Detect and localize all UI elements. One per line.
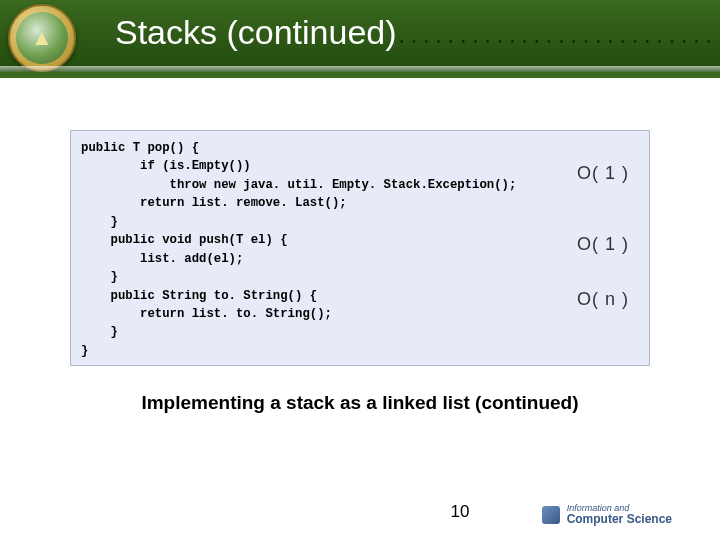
complexity-annotation-pop: O( 1 ) xyxy=(577,163,629,184)
ics-glyph-icon xyxy=(542,506,560,524)
code-block: public T pop() { if (is.Empty()) throw n… xyxy=(70,130,650,366)
header-dots-decoration: • • • • • • • • • • • • • • • • • • • • … xyxy=(400,36,720,50)
complexity-annotation-push: O( 1 ) xyxy=(577,234,629,255)
complexity-annotation-tostring: O( n ) xyxy=(577,289,629,310)
slide-header: ▲ Stacks (continued) • • • • • • • • • •… xyxy=(0,0,720,78)
seal-inner-icon: ▲ xyxy=(16,12,68,64)
university-seal: ▲ xyxy=(8,4,76,72)
figure-caption: Implementing a stack as a linked list (c… xyxy=(0,392,720,414)
footer-line-2: Computer Science xyxy=(567,512,672,526)
slide-title: Stacks (continued) xyxy=(115,13,397,52)
header-bottom-stripe xyxy=(0,72,720,78)
department-logo: Information and Computer Science xyxy=(542,504,672,526)
code-text: public T pop() { if (is.Empty()) throw n… xyxy=(81,139,639,360)
